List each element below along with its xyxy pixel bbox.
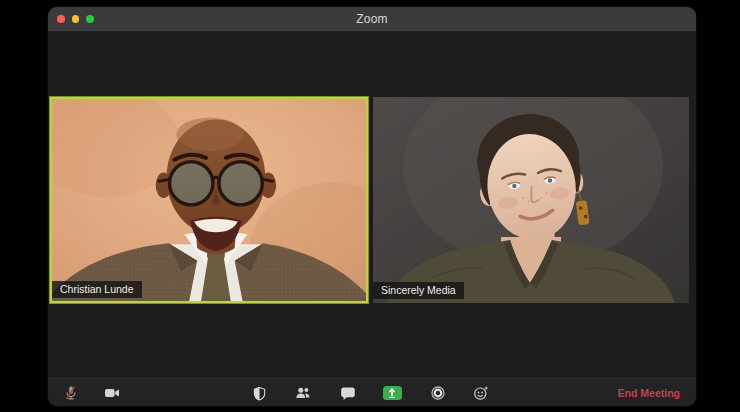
meeting-toolbar: End Meeting	[48, 378, 696, 406]
record-icon	[430, 385, 446, 401]
fullscreen-button[interactable]	[86, 15, 94, 23]
screen: Zoom	[0, 0, 740, 412]
participants-button[interactable]	[288, 379, 318, 406]
security-button[interactable]	[244, 379, 274, 406]
start-video-button[interactable]	[97, 379, 127, 406]
zoom-window: Zoom	[48, 7, 696, 406]
window-title: Zoom	[356, 12, 387, 26]
participants-icon	[295, 385, 311, 401]
shield-icon	[252, 386, 267, 401]
participant-name-label: Christian Lunde	[52, 281, 142, 298]
close-button[interactable]	[57, 15, 65, 23]
reactions-button[interactable]	[466, 379, 496, 406]
record-button[interactable]	[423, 379, 453, 406]
christian-lunde-video	[52, 99, 366, 301]
minimize-button[interactable]	[72, 15, 80, 23]
traffic-lights	[57, 7, 94, 31]
video-tile-sincerely-media[interactable]: Sincerely Media	[373, 97, 689, 303]
video-camera-icon	[104, 385, 120, 401]
chat-bubble-icon	[340, 385, 356, 401]
reactions-icon	[473, 385, 489, 401]
mute-button[interactable]	[56, 379, 86, 406]
video-tile-christian-lunde[interactable]: Christian Lunde	[50, 97, 368, 303]
share-screen-icon	[383, 386, 402, 400]
sincerely-media-video	[373, 97, 689, 303]
share-screen-button[interactable]	[377, 379, 407, 406]
microphone-muted-icon	[63, 385, 79, 401]
end-meeting-button[interactable]: End Meeting	[618, 379, 680, 406]
titlebar: Zoom	[48, 7, 696, 31]
chat-button[interactable]	[333, 379, 363, 406]
participant-name-label: Sincerely Media	[373, 282, 464, 299]
